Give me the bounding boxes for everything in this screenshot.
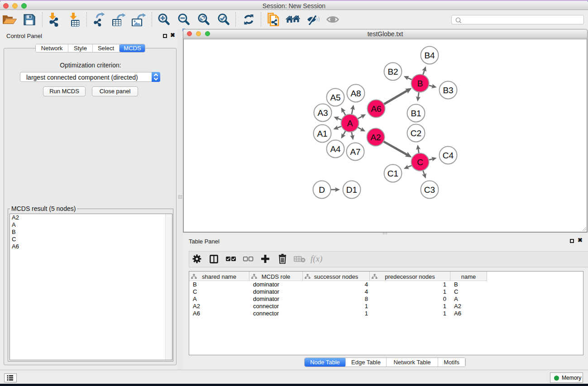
svg-text:D: D xyxy=(319,185,325,195)
svg-text:B4: B4 xyxy=(424,51,435,60)
svg-text:B: B xyxy=(417,79,423,88)
svg-text:C3: C3 xyxy=(424,185,435,195)
svg-text:B1: B1 xyxy=(411,109,421,118)
svg-text:A7: A7 xyxy=(350,147,360,157)
svg-text:C1: C1 xyxy=(387,169,398,178)
svg-text:C4: C4 xyxy=(443,151,454,160)
svg-text:A4: A4 xyxy=(330,144,341,154)
svg-text:A8: A8 xyxy=(350,89,361,98)
svg-text:C: C xyxy=(417,157,423,167)
svg-text:A1: A1 xyxy=(317,129,327,138)
svg-text:B2: B2 xyxy=(387,67,398,76)
svg-text:C2: C2 xyxy=(411,129,421,138)
svg-text:A5: A5 xyxy=(330,93,340,102)
svg-text:D1: D1 xyxy=(346,185,357,195)
svg-text:B3: B3 xyxy=(443,86,453,95)
svg-text:A2: A2 xyxy=(370,133,381,142)
svg-text:A6: A6 xyxy=(371,104,381,114)
svg-text:A3: A3 xyxy=(317,108,328,118)
svg-text:A: A xyxy=(347,119,353,128)
